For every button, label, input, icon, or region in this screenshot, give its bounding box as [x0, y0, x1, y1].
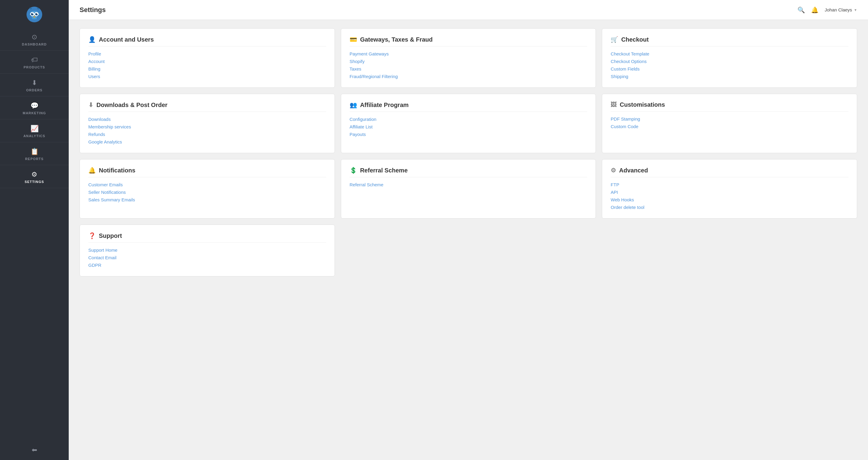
link-web-hooks[interactable]: Web Hooks [611, 197, 848, 202]
sidebar-item-products[interactable]: 🏷 PRODUCTS [0, 51, 69, 73]
card-title-label: Account and Users [99, 36, 154, 43]
account-users-icon: 👤 [88, 36, 96, 43]
card-title-checkout: 🛒 Checkout [611, 36, 848, 47]
link-shopify[interactable]: Shopify [350, 59, 587, 64]
card-title-notifications: 🔔 Notifications [88, 167, 326, 177]
card-notifications: 🔔 Notifications Customer Emails Seller N… [80, 159, 335, 219]
settings-grid: 👤 Account and Users Profile Account Bill… [80, 28, 857, 276]
link-gdpr[interactable]: GDPR [88, 263, 326, 268]
search-icon[interactable]: 🔍 [798, 6, 805, 13]
link-refunds[interactable]: Refunds [88, 132, 326, 137]
link-ftp[interactable]: FTP [611, 182, 848, 187]
link-users[interactable]: Users [88, 74, 326, 79]
card-affiliate-program: 👥 Affiliate Program Configuration Affili… [341, 94, 596, 153]
sidebar-item-orders[interactable]: ⬇ ORDERS [0, 73, 69, 96]
card-title-downloads: ⬇ Downloads & Post Order [88, 101, 326, 112]
sidebar-item-label: DASHBOARD [22, 42, 47, 46]
link-order-delete-tool[interactable]: Order delete tool [611, 205, 848, 210]
link-contact-email[interactable]: Contact Email [88, 255, 326, 260]
sidebar-item-settings[interactable]: ⚙ SETTINGS [0, 165, 69, 188]
downloads-icon: ⬇ [88, 101, 93, 109]
card-title-label: Gateways, Taxes & Fraud [360, 36, 433, 43]
card-title-label: Advanced [619, 167, 648, 174]
main-area: Settings 🔍 🔔 Johan Claeys ▼ 👤 Account an… [69, 0, 868, 460]
link-downloads[interactable]: Downloads [88, 117, 326, 122]
advanced-icon: ⚙ [611, 167, 616, 174]
sidebar-nav: ⊙ DASHBOARD 🏷 PRODUCTS ⬇ ORDERS 💬 MARKET… [0, 28, 69, 440]
sidebar-item-label: MARKETING [23, 111, 46, 115]
sidebar-item-analytics[interactable]: 📈 ANALYTICS [0, 119, 69, 142]
card-title-customisations: 🖼 Customisations [611, 101, 848, 112]
chevron-down-icon: ▼ [854, 8, 857, 12]
topbar: Settings 🔍 🔔 Johan Claeys ▼ [69, 0, 868, 20]
orders-icon: ⬇ [32, 79, 37, 87]
sidebar-item-label: ANALYTICS [24, 134, 45, 138]
user-menu[interactable]: Johan Claeys ▼ [825, 7, 857, 12]
link-api[interactable]: API [611, 190, 848, 195]
user-name-label: Johan Claeys [825, 7, 852, 12]
svg-point-9 [37, 13, 38, 14]
card-downloads-post-order: ⬇ Downloads & Post Order Downloads Membe… [80, 94, 335, 153]
link-taxes[interactable]: Taxes [350, 66, 587, 71]
card-checkout: 🛒 Checkout Checkout Template Checkout Op… [602, 28, 857, 88]
card-title-label: Referral Scheme [360, 167, 408, 174]
notifications-icon: 🔔 [88, 167, 96, 174]
topbar-actions: 🔍 🔔 Johan Claeys ▼ [798, 6, 857, 13]
card-title-label: Affiliate Program [360, 101, 409, 109]
customisations-icon: 🖼 [611, 101, 617, 108]
referral-icon: 💲 [350, 167, 357, 174]
sidebar-item-dashboard[interactable]: ⊙ DASHBOARD [0, 28, 69, 51]
link-fraud-regional-filtering[interactable]: Fraud/Regional Filtering [350, 74, 587, 79]
sidebar-item-label: ORDERS [26, 88, 42, 92]
marketing-icon: 💬 [30, 102, 38, 110]
link-support-home[interactable]: Support Home [88, 247, 326, 253]
card-title-label: Checkout [621, 36, 649, 43]
link-sales-summary-emails[interactable]: Sales Summary Emails [88, 197, 326, 202]
link-checkout-template[interactable]: Checkout Template [611, 51, 848, 56]
link-custom-fields[interactable]: Custom Fields [611, 66, 848, 71]
sidebar-item-reports[interactable]: 📋 REPORTS [0, 142, 69, 165]
link-configuration[interactable]: Configuration [350, 117, 587, 122]
card-links-customisations: PDF Stamping Custom Code [611, 116, 848, 129]
link-custom-code[interactable]: Custom Code [611, 124, 848, 129]
affiliate-icon: 👥 [350, 101, 357, 109]
link-seller-notifications[interactable]: Seller Notifications [88, 190, 326, 195]
card-title-referral: 💲 Referral Scheme [350, 167, 587, 177]
link-affiliate-list[interactable]: Affiliate List [350, 124, 587, 129]
sidebar-item-label: SETTINGS [25, 180, 44, 184]
card-title-advanced: ⚙ Advanced [611, 167, 848, 177]
link-shipping[interactable]: Shipping [611, 74, 848, 79]
card-links-checkout: Checkout Template Checkout Options Custo… [611, 51, 848, 79]
link-payment-gateways[interactable]: Payment Gateways [350, 51, 587, 56]
settings-icon: ⚙ [31, 171, 37, 179]
card-title-label: Customisations [620, 101, 665, 108]
link-pdf-stamping[interactable]: PDF Stamping [611, 116, 848, 121]
link-payouts[interactable]: Payouts [350, 132, 587, 137]
card-title-account-and-users: 👤 Account and Users [88, 36, 326, 47]
link-profile[interactable]: Profile [88, 51, 326, 56]
card-links-referral: Referral Scheme [350, 182, 587, 187]
card-title-label: Downloads & Post Order [96, 101, 167, 109]
logout-button[interactable]: ⬅ [32, 440, 37, 460]
bell-icon[interactable]: 🔔 [811, 6, 818, 13]
svg-point-8 [33, 13, 33, 14]
link-customer-emails[interactable]: Customer Emails [88, 182, 326, 187]
support-icon: ❓ [88, 232, 96, 239]
logout-icon: ⬅ [32, 446, 37, 454]
link-billing[interactable]: Billing [88, 66, 326, 71]
card-title-support: ❓ Support [88, 232, 326, 243]
card-links-notifications: Customer Emails Seller Notifications Sal… [88, 182, 326, 202]
link-google-analytics[interactable]: Google Analytics [88, 139, 326, 144]
link-membership-services[interactable]: Membership services [88, 124, 326, 129]
products-icon: 🏷 [31, 56, 38, 64]
link-referral-scheme[interactable]: Referral Scheme [350, 182, 587, 187]
checkout-icon: 🛒 [611, 36, 618, 43]
card-links-affiliate: Configuration Affiliate List Payouts [350, 117, 587, 137]
link-account[interactable]: Account [88, 59, 326, 64]
card-links-advanced: FTP API Web Hooks Order delete tool [611, 182, 848, 210]
sidebar-item-marketing[interactable]: 💬 MARKETING [0, 96, 69, 119]
card-links-account-and-users: Profile Account Billing Users [88, 51, 326, 79]
card-gateways-taxes-fraud: 💳 Gateways, Taxes & Fraud Payment Gatewa… [341, 28, 596, 88]
link-checkout-options[interactable]: Checkout Options [611, 59, 848, 64]
card-links-support: Support Home Contact Email GDPR [88, 247, 326, 268]
